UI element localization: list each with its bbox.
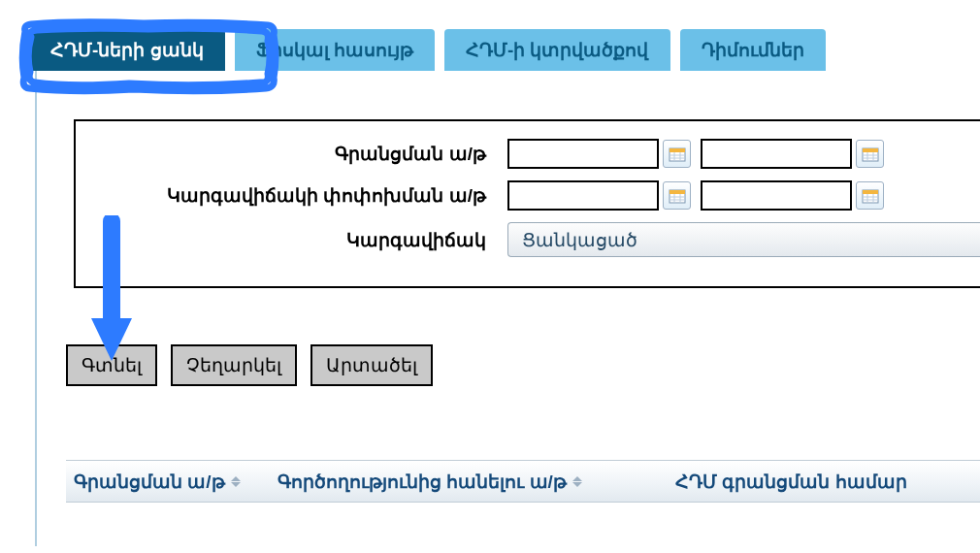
action-buttons: Գտնել Չեղարկել Արտածել xyxy=(66,344,980,386)
calendar-icon[interactable] xyxy=(856,140,884,168)
registration-date-to[interactable] xyxy=(701,139,852,169)
sort-icon xyxy=(231,476,241,487)
column-label: Գործողությունից հանելու ա/թ xyxy=(278,471,567,493)
svg-rect-15 xyxy=(670,190,685,194)
row-status-change-date: Կարգավիճակի փոփոխման ա/թ xyxy=(76,180,980,211)
tab-hdm-list[interactable]: ՀԴՄ-ների ցանկ xyxy=(29,29,225,71)
filter-box: Գրանցման ա/թ Կարգավիճակի փոփոխման ա/թ xyxy=(74,119,980,288)
content-panel: Գրանցման ա/թ Կարգավիճակի փոփոխման ա/թ xyxy=(35,71,980,546)
status-select[interactable]: Ցանկացած xyxy=(507,222,980,257)
column-registration-date[interactable]: Գրանցման ա/թ xyxy=(66,471,270,493)
sort-icon xyxy=(572,476,582,487)
export-button[interactable]: Արտածել xyxy=(310,344,433,386)
tab-hdm-slice[interactable]: ՀԴՄ-ի կտրվածքով xyxy=(444,29,670,71)
calendar-icon[interactable] xyxy=(663,140,691,168)
tab-bar: ՀԴՄ-ների ցանկ Ֆիսկալ հասույթ ՀԴՄ-ի կտրվա… xyxy=(0,0,980,71)
svg-rect-21 xyxy=(863,190,878,194)
registration-date-from[interactable] xyxy=(507,139,659,169)
label-registration-date: Գրանցման ա/թ xyxy=(76,143,507,165)
calendar-icon[interactable] xyxy=(663,181,691,210)
column-hdm-number[interactable]: ՀԴՄ գրանցման համար xyxy=(668,471,980,493)
column-label: Գրանցման ա/թ xyxy=(74,471,225,493)
row-registration-date: Գրանցման ա/թ xyxy=(76,139,980,169)
svg-rect-3 xyxy=(670,148,685,152)
find-button[interactable]: Գտնել xyxy=(66,344,157,386)
status-change-date-to[interactable] xyxy=(701,180,852,211)
label-status-change-date: Կարգավիճակի փոփոխման ա/թ xyxy=(76,184,507,207)
row-status: Կարգավիճակ Ցանկացած xyxy=(76,222,980,257)
cancel-button[interactable]: Չեղարկել xyxy=(171,344,297,386)
status-change-date-from[interactable] xyxy=(507,180,659,211)
label-status: Կարգավիճակ xyxy=(76,229,507,251)
results-table-header: Գրանցման ա/թ Գործողությունից հանելու ա/թ… xyxy=(66,460,980,503)
calendar-icon[interactable] xyxy=(856,181,884,210)
svg-rect-9 xyxy=(863,148,878,152)
tab-applications[interactable]: Դիմումներ xyxy=(680,29,826,71)
tab-fiscal-revenue[interactable]: Ֆիսկալ հասույթ xyxy=(235,29,435,71)
column-label: ՀԴՄ գրանցման համար xyxy=(675,471,907,493)
column-removal-date[interactable]: Գործողությունից հանելու ա/թ xyxy=(270,471,668,493)
